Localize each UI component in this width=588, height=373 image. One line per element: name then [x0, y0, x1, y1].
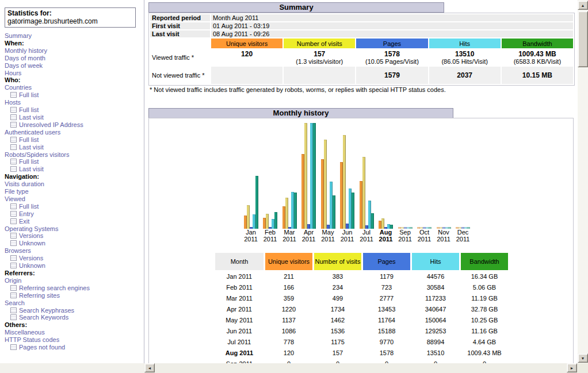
list-box-icon [10, 307, 17, 313]
horizontal-scrollbar[interactable]: ◄ ► [144, 363, 578, 373]
sidebar-item-versions[interactable]: Versions [19, 232, 43, 239]
value-cell: 11.16 GB [461, 326, 508, 336]
sidebar-item-last-visit[interactable]: Last visit [19, 144, 44, 151]
nav-row: Full list [5, 158, 90, 166]
last-visit-value: 08 Aug 2011 - 09:26 [211, 30, 573, 37]
sidebar-item-days-of-month[interactable]: Days of month [5, 55, 45, 61]
nav-row: Search Keyphrases [5, 307, 90, 314]
nav-row: Last visit [5, 144, 90, 151]
list-box-icon [10, 211, 17, 217]
scroll-left-icon[interactable]: ◄ [144, 363, 155, 372]
value-cell: 4.64 GB [461, 337, 508, 347]
column-header-unique-visitors: Unique visitors [211, 39, 282, 48]
nav-row: Exit [5, 218, 90, 225]
sidebar-item-referring-search-engines[interactable]: Referring search engines [19, 284, 90, 291]
nav-row: File type [5, 188, 90, 195]
sidebar-item-last-visit[interactable]: Last visit [19, 166, 44, 172]
sidebar-item-full-list[interactable]: Full list [19, 203, 39, 210]
scroll-right-icon[interactable]: ► [567, 363, 577, 372]
bar-bandwidth-gb-may-2011 [333, 195, 335, 229]
sidebar-item-unknown[interactable]: Unknown [19, 240, 45, 247]
sidebar-item-hosts[interactable]: Hosts [5, 99, 21, 106]
first-visit-value: 01 Aug 2011 - 03:19 [211, 22, 573, 29]
value-cell: 340647 [412, 305, 459, 314]
sidebar: Statistics for: gatorimage.brushurteeth.… [0, 0, 144, 363]
monthly-header-hits: Hits [412, 253, 459, 270]
viewed-traffic-label: Viewed traffic * [150, 49, 210, 66]
monthly-row-jan-2011: Jan 201121138311794457616.34 GB [215, 272, 508, 281]
value-cell: 0 [265, 359, 312, 363]
sidebar-item-browsers[interactable]: Browsers [5, 247, 31, 254]
viewed-bandwidth: 1009.43 MB(6583.8 KB/Visit) [502, 49, 573, 66]
list-box-icon [10, 293, 17, 298]
list-box-icon [10, 255, 17, 261]
list-box-icon [10, 107, 17, 113]
sidebar-item-search[interactable]: Search [5, 299, 25, 306]
scroll-down-icon[interactable]: ▼ [578, 353, 588, 363]
sidebar-item-miscellaneous[interactable]: Miscellaneous [5, 329, 45, 336]
sidebar-item-referring-sites[interactable]: Referring sites [19, 292, 60, 299]
column-header-hits: Hits [429, 39, 501, 48]
sidebar-item-http-status-codes[interactable]: HTTP Status codes [5, 336, 59, 343]
value-cell: 13453 [363, 305, 410, 314]
nav-row: Monthly history [5, 47, 90, 55]
value-cell: 32.78 GB [461, 305, 508, 314]
value-cell: 1462 [314, 316, 361, 325]
bar-bandwidth-gb-jan-2011 [255, 176, 258, 229]
sidebar-item-viewed[interactable]: Viewed [5, 195, 25, 202]
monthly-row-jul-2011: Jul 201177811759770889944.64 GB [215, 337, 508, 347]
nav-row: Search [5, 299, 90, 307]
sidebar-item-visits-duration[interactable]: Visits duration [5, 180, 44, 187]
value-cell: 778 [265, 337, 312, 347]
sidebar-item-summary[interactable]: Summary [5, 32, 32, 39]
list-box-icon [10, 240, 17, 246]
monthly-header-number-of-visits: Number of visits [314, 253, 361, 270]
table-row: Reported period Month Aug 2011 [150, 14, 573, 21]
sidebar-item-countries[interactable]: Countries [5, 84, 32, 91]
sidebar-item-operating-systems[interactable]: Operating Systems [5, 225, 59, 232]
sidebar-heading-others: Others: [5, 321, 90, 329]
summary-section-title: Summary [148, 2, 444, 13]
sidebar-item-unresolved-ip-address[interactable]: Unresolved IP Address [19, 121, 83, 128]
sidebar-item-pages-not-found[interactable]: Pages not found [19, 344, 65, 351]
monthly-table-header-row: MonthUnique visitorsNumber of visitsPage… [215, 253, 508, 270]
sidebar-item-search-keyphrases[interactable]: Search Keyphrases [19, 307, 74, 314]
vertical-scrollbar-thumb[interactable] [578, 11, 588, 67]
nav-row: Referring sites [5, 292, 90, 299]
sidebar-item-days-of-week[interactable]: Days of week [5, 62, 43, 69]
month-cell: Jun 2011 [215, 326, 264, 336]
monthly-header-bandwidth: Bandwidth [461, 253, 508, 270]
list-box-icon [10, 344, 17, 350]
value-cell: 44576 [412, 272, 459, 281]
sidebar-item-full-list[interactable]: Full list [19, 91, 39, 98]
nav-row: Search Keywords [5, 314, 90, 321]
sidebar-item-robots-spiders-visitors[interactable]: Robots/Spiders visitors [5, 151, 70, 158]
sidebar-item-full-list[interactable]: Full list [19, 136, 39, 143]
month-cell: Mar 2011 [215, 294, 264, 303]
sidebar-item-unknown[interactable]: Unknown [19, 262, 45, 269]
sidebar-item-full-list[interactable]: Full list [19, 106, 39, 113]
sidebar-item-hours[interactable]: Hours [5, 70, 21, 76]
nav-row: Authenticated users [5, 129, 90, 136]
sidebar-item-entry[interactable]: Entry [19, 210, 34, 217]
vertical-scrollbar[interactable]: ▲ ▼ [578, 0, 588, 363]
list-box-icon [10, 285, 17, 291]
sidebar-item-authenticated-users[interactable]: Authenticated users [5, 129, 60, 136]
sidebar-item-monthly-history[interactable]: Monthly history [5, 47, 47, 54]
month-cell: Feb 2011 [215, 283, 264, 292]
monthly-row-aug-2011: Aug 20111201571578135101009.43 MB [215, 348, 508, 357]
nav-row: Unknown [5, 240, 90, 247]
scroll-up-icon[interactable]: ▲ [578, 1, 588, 10]
monthly-row-sep-2011: Sep 201100000 [215, 359, 508, 363]
sidebar-item-full-list[interactable]: Full list [19, 158, 39, 165]
sidebar-item-last-visit[interactable]: Last visit [19, 114, 44, 121]
sidebar-item-search-keywords[interactable]: Search Keywords [19, 314, 68, 321]
sidebar-item-versions[interactable]: Versions [19, 255, 43, 262]
bar-number-of-visits-jan-2011 [247, 205, 250, 229]
sidebar-item-exit[interactable]: Exit [19, 218, 29, 225]
sidebar-item-origin[interactable]: Origin [5, 277, 21, 284]
nav-row: Referring search engines [5, 284, 90, 292]
value-cell: 13510 [412, 348, 459, 357]
sidebar-item-file-type[interactable]: File type [5, 188, 29, 195]
value-cell: 0 [461, 359, 508, 363]
